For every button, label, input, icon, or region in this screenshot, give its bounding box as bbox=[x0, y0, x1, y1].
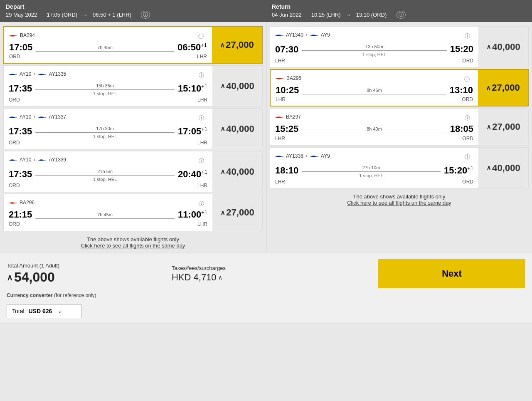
currency-value: USD 626 bbox=[28, 308, 52, 314]
airport-row: ORD LHR bbox=[9, 97, 207, 103]
return-note-link[interactable]: Click here to see all flights on the sam… bbox=[347, 200, 451, 206]
airline-icon-2 bbox=[38, 71, 46, 77]
flight-info-icon[interactable]: ⓘ bbox=[465, 153, 470, 161]
taxes-amount-value: HKD 4,710 bbox=[172, 272, 217, 283]
flight-number: AY1338 bbox=[286, 153, 303, 159]
price-box[interactable]: ∧40,000 bbox=[212, 109, 262, 149]
flight-number-row: AY10 › AY1335 ⓘ bbox=[9, 69, 207, 79]
return-note-line1: The above shows available flights only bbox=[353, 193, 446, 200]
flight-info-icon[interactable]: ⓘ bbox=[199, 114, 204, 122]
flight-card-return-1[interactable]: AY1340 › AY9 ⓘ 07:30 13h 50m 1 stop, HEL… bbox=[270, 26, 529, 67]
total-section: Total Amount (1 Adult) ∧ 54,000 bbox=[7, 262, 159, 285]
flight-card-depart-4[interactable]: AY10 › AY1339 ⓘ 17:35 21h 5m 1 stop, HEL… bbox=[3, 151, 263, 192]
taxes-label: Taxes/fees/surcharges bbox=[172, 265, 226, 271]
airport-from: ORD bbox=[9, 183, 25, 188]
time-to-sup: +1 bbox=[201, 169, 207, 175]
price-box[interactable]: ∧27,000 bbox=[212, 194, 262, 231]
currency-box: Total: USD 626 ⌄ bbox=[7, 304, 81, 318]
flight-info: BA296 ⓘ 21:15 7h 45m 11:00+1 ORD LHR bbox=[4, 194, 212, 231]
price-box[interactable]: ∧27,000 bbox=[212, 27, 262, 63]
flight-info-icon[interactable]: ⓘ bbox=[465, 114, 470, 122]
price-value: 40,000 bbox=[226, 124, 254, 134]
stop-info: 1 stop, HEL bbox=[362, 52, 386, 57]
price-value: 27,000 bbox=[492, 82, 520, 93]
currency-row: Currency converter (for reference only) bbox=[7, 292, 525, 302]
duration-line: 27h 10m 1 stop, HEL bbox=[298, 165, 444, 178]
flight-number: BA294 bbox=[20, 32, 35, 38]
duration-line: 17h 30m 1 stop, HEL bbox=[32, 126, 178, 139]
flight-number-row: BA296 ⓘ bbox=[9, 198, 207, 208]
time-from: 17:35 bbox=[9, 126, 32, 137]
flight-number: AY10 bbox=[20, 114, 31, 120]
price-box[interactable]: ∧27,000 bbox=[478, 70, 528, 106]
flight-card-depart-3[interactable]: AY10 › AY1337 ⓘ 17:35 17h 30m 1 stop, HE… bbox=[3, 108, 263, 149]
airport-row: LHR ORD bbox=[275, 58, 473, 64]
return-to: 13:10 (ORD) bbox=[356, 12, 387, 18]
airport-row: ORD LHR bbox=[9, 140, 207, 146]
return-header: Return 04 Jun 2022 10:25 (LHR) → 13:10 (… bbox=[266, 0, 532, 22]
next-button[interactable]: Next bbox=[378, 259, 525, 288]
return-route: 04 Jun 2022 10:25 (LHR) → 13:10 (ORD) ⓘ bbox=[272, 11, 526, 19]
airport-to: ORD bbox=[457, 58, 473, 64]
time-to-sup: +1 bbox=[201, 209, 207, 215]
duration-bar bbox=[35, 175, 175, 176]
flight-info-icon[interactable]: ⓘ bbox=[199, 72, 204, 79]
price-box[interactable]: ∧40,000 bbox=[478, 148, 528, 188]
flight-number-2: AY9 bbox=[321, 153, 330, 159]
flight-info-icon[interactable]: ⓘ bbox=[198, 33, 204, 40]
flight-info-icon[interactable]: ⓘ bbox=[464, 76, 470, 83]
airport-from: ORD bbox=[9, 97, 25, 103]
time-to-sup: +1 bbox=[201, 126, 207, 132]
duration-text: 7h 45m bbox=[97, 212, 113, 217]
price-box[interactable]: ∧40,000 bbox=[478, 27, 528, 67]
price-box[interactable]: ∧40,000 bbox=[212, 151, 262, 192]
airline-icon-2 bbox=[310, 32, 318, 38]
currency-chevron-icon[interactable]: ⌄ bbox=[58, 308, 62, 314]
airport-row: ORD LHR bbox=[9, 221, 207, 227]
depart-route: 29 May 2022 17:05 (ORD) → 06:50 + 1 (LHR… bbox=[6, 11, 260, 19]
duration-line: 7h 45m bbox=[32, 212, 178, 220]
flight-number-row: BA294 ⓘ bbox=[9, 30, 207, 40]
flight-info-icon[interactable]: ⓘ bbox=[465, 32, 470, 40]
airline-icon bbox=[275, 153, 283, 159]
flight-info-icon[interactable]: ⓘ bbox=[199, 157, 204, 165]
depart-info-icon[interactable]: ⓘ bbox=[141, 11, 150, 19]
return-date: 04 Jun 2022 bbox=[272, 12, 302, 18]
stop-info: 1 stop, HEL bbox=[359, 173, 383, 178]
airline-icon bbox=[275, 32, 283, 38]
flight-card-return-4[interactable]: AY1338 › AY9 ⓘ 18:10 27h 10m 1 stop, HEL… bbox=[270, 147, 529, 188]
flight-card-depart-1[interactable]: BA294 ⓘ 17:05 7h 45m 06:50+1 ORD LHR ∧27… bbox=[3, 26, 263, 64]
time-to: 15:10+1 bbox=[178, 83, 207, 94]
duration-bar bbox=[36, 51, 174, 52]
return-info-icon[interactable]: ⓘ bbox=[397, 11, 406, 19]
airport-from: ORD bbox=[9, 54, 26, 59]
flight-card-return-2[interactable]: BA295 ⓘ 10:25 8h 45m 13:10 LHR ORD ∧27,0… bbox=[270, 69, 529, 106]
flight-number: BA296 bbox=[20, 200, 34, 205]
flight-card-depart-5[interactable]: BA296 ⓘ 21:15 7h 45m 11:00+1 ORD LHR ∧27… bbox=[3, 194, 263, 231]
depart-note-line1: The above shows available flights only bbox=[87, 236, 179, 243]
flight-info-icon[interactable]: ⓘ bbox=[199, 200, 204, 208]
duration-line: 15h 35m 1 stop, HEL bbox=[32, 83, 178, 96]
airline-icon-2 bbox=[310, 153, 318, 159]
return-panel: AY1340 › AY9 ⓘ 07:30 13h 50m 1 stop, HEL… bbox=[266, 22, 532, 253]
price-box[interactable]: ∧40,000 bbox=[212, 66, 262, 106]
depart-panel: BA294 ⓘ 17:05 7h 45m 06:50+1 ORD LHR ∧27… bbox=[0, 22, 266, 253]
flight-card-return-3[interactable]: BA297 ⓘ 15:25 8h 40m 18:05 LHR ORD ∧27,0… bbox=[270, 108, 529, 146]
depart-note-link[interactable]: Click here to see all flights on the sam… bbox=[81, 243, 185, 249]
avios-symbol: ∧ bbox=[220, 41, 225, 49]
flight-divider: › bbox=[34, 157, 35, 163]
return-arrow-icon: → bbox=[346, 12, 351, 18]
airport-to: LHR bbox=[191, 140, 207, 146]
time-to: 17:05+1 bbox=[178, 126, 207, 137]
flight-number-row: BA297 ⓘ bbox=[275, 112, 473, 122]
avios-symbol: ∧ bbox=[220, 209, 225, 217]
price-value: 40,000 bbox=[492, 42, 520, 52]
avios-symbol: ∧ bbox=[486, 43, 491, 51]
flight-info: AY10 › AY1339 ⓘ 17:35 21h 5m 1 stop, HEL… bbox=[4, 151, 212, 192]
duration-line: 13h 50m 1 stop, HEL bbox=[298, 44, 450, 57]
price-box[interactable]: ∧27,000 bbox=[478, 109, 528, 145]
airport-row: LHR ORD bbox=[276, 97, 473, 102]
flight-card-depart-2[interactable]: AY10 › AY1335 ⓘ 17:35 15h 35m 1 stop, HE… bbox=[3, 65, 263, 106]
taxes-up-icon: ∧ bbox=[218, 274, 222, 281]
avios-symbol: ∧ bbox=[220, 125, 225, 133]
